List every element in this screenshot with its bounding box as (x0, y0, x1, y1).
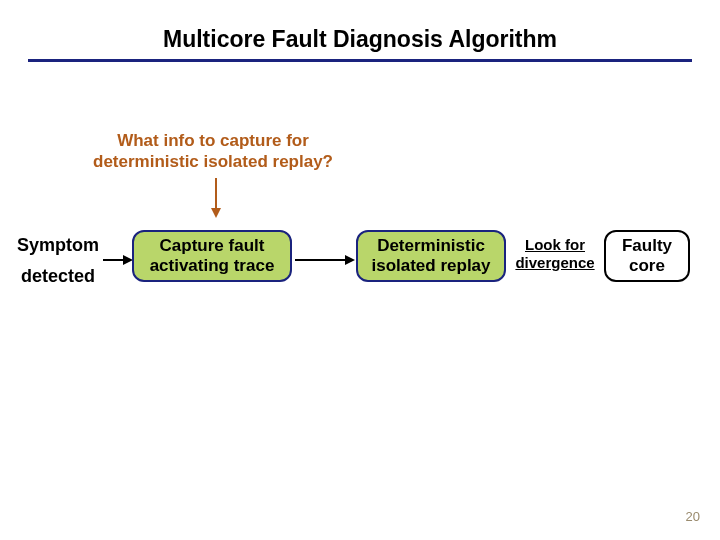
symptom-label: Symptom detected (8, 230, 108, 291)
symptom-line1: Symptom (17, 235, 99, 255)
title-underline (28, 59, 692, 62)
question-text: What info to capture for deterministic i… (93, 130, 333, 173)
slide-number: 20 (686, 509, 700, 524)
svg-marker-1 (211, 208, 221, 218)
arrow-right-icon (103, 252, 133, 270)
slide-title: Multicore Fault Diagnosis Algorithm (0, 0, 720, 59)
svg-marker-5 (345, 255, 355, 265)
arrow-right-icon (295, 252, 355, 270)
arrow-down-icon (210, 178, 222, 218)
capture-box: Capture fault activating trace (132, 230, 292, 282)
replay-box: Deterministic isolated replay (356, 230, 506, 282)
symptom-line2: detected (21, 266, 95, 286)
faulty-box: Faulty core (604, 230, 690, 282)
lookfor-label: Look for divergence (508, 236, 602, 272)
flow-container: Symptom detected Capture fault activatin… (0, 226, 720, 296)
